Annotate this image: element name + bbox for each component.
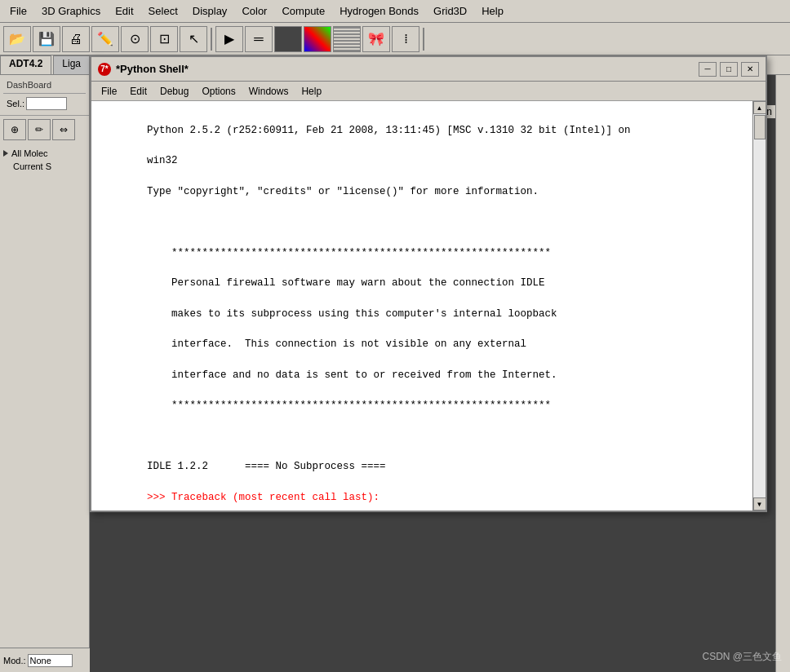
- mod-input[interactable]: [28, 654, 73, 667]
- shell-titlebar: 7* *Python Shell* ─ □ ✕: [91, 57, 766, 82]
- py-warn3: interface. This connection is not visibl…: [147, 338, 526, 350]
- all-molecules-label: All Molec: [11, 148, 48, 158]
- shell-close-btn[interactable]: ✕: [741, 62, 759, 77]
- toolbar-pencil-btn[interactable]: ✏️: [91, 26, 119, 52]
- toolbar-select-btn[interactable]: ⊡: [150, 26, 178, 52]
- py-sep2: ****************************************…: [147, 400, 551, 411]
- toolbar-circle-btn[interactable]: ⊙: [121, 26, 149, 52]
- shell-menu-debug[interactable]: Debug: [153, 84, 195, 99]
- toolbar-line-btn[interactable]: ═: [245, 26, 273, 52]
- toolbar-sep-1: [211, 28, 212, 51]
- py-line3: Type "copyright", "credits" or "license(…: [147, 186, 539, 197]
- toolbar-open-btn[interactable]: 📂: [3, 26, 31, 52]
- shell-minimize-btn[interactable]: ─: [699, 62, 717, 77]
- toolbar-cursor-btn[interactable]: ↖: [180, 26, 207, 52]
- py-warn2: makes to its subprocess using this compu…: [147, 308, 557, 320]
- toolbar-arrow-btn[interactable]: ▶: [215, 26, 243, 52]
- scroll-up-btn[interactable]: ▲: [753, 101, 766, 114]
- shell-menu-help[interactable]: Help: [295, 84, 328, 99]
- toolbar-save-btn[interactable]: 💾: [33, 26, 60, 52]
- menu-3d-graphics[interactable]: 3D Graphics: [35, 3, 107, 19]
- toolbar-ribbon-btn[interactable]: 🎀: [362, 26, 390, 52]
- tool-btn-1[interactable]: ⊕: [3, 119, 26, 140]
- toolbar-dots-btn[interactable]: ⁞: [392, 26, 419, 52]
- scroll-down-btn[interactable]: ▼: [753, 497, 766, 511]
- sidebar-molecules: All Molec Current S: [0, 144, 89, 175]
- watermark: CSDN @三色文鱼: [702, 650, 782, 664]
- shell-maximize-btn[interactable]: □: [720, 62, 738, 77]
- py-idle: IDLE 1.2.2 ==== No Subprocess ====: [147, 461, 386, 472]
- current-label: Current S: [13, 161, 51, 171]
- toolbar-sep-2: [423, 28, 424, 51]
- tab-adt42[interactable]: ADT4.2: [0, 55, 51, 74]
- toolbar: 📂 💾 🖨 ✏️ ⊙ ⊡ ↖ ▶ ═ 🎀 ⁞: [0, 23, 790, 55]
- sidebar-tools: ⊕ ✏ ⇔: [0, 116, 89, 144]
- shell-text-output[interactable]: Python 2.5.2 (r252:60911, Feb 21 2008, 1…: [91, 101, 752, 511]
- sidebar-dashboard: DashBoard Sel.:: [0, 75, 89, 116]
- shell-menu-edit[interactable]: Edit: [123, 84, 153, 99]
- dashboard-label: DashBoard: [3, 78, 86, 91]
- main-application: File 3D Graphics Edit Select Display Col…: [0, 0, 790, 672]
- shell-title: *Python Shell*: [116, 63, 189, 75]
- menu-color[interactable]: Color: [235, 3, 273, 19]
- py-warn4: interface and no data is sent to or rece…: [147, 369, 557, 381]
- right-panel: [775, 75, 790, 672]
- shell-titlebar-left: 7* *Python Shell*: [98, 63, 189, 76]
- python-shell-window: 7* *Python Shell* ─ □ ✕ File Edit Debug …: [90, 55, 767, 512]
- toolbar-block-btn[interactable]: [274, 26, 302, 52]
- py-traceback1: >>> Traceback (most recent call last):: [147, 492, 379, 503]
- menu-grid3d[interactable]: Grid3D: [427, 3, 473, 19]
- scrollbar-track: [753, 114, 766, 497]
- menu-file[interactable]: File: [3, 3, 33, 19]
- menu-help[interactable]: Help: [475, 3, 510, 19]
- sel-label: Sel.:: [7, 99, 24, 108]
- scrollbar-thumb[interactable]: [754, 115, 766, 139]
- py-warn1: Personal firewall software may warn abou…: [147, 277, 545, 289]
- toolbar-print-btn[interactable]: 🖨: [62, 26, 90, 52]
- shell-menu-windows[interactable]: Windows: [242, 84, 295, 99]
- py-sep1: ****************************************…: [147, 247, 551, 259]
- tool-btn-3[interactable]: ⇔: [52, 119, 75, 140]
- mod-bar: Mod.:: [0, 648, 90, 672]
- triangle-icon: [3, 150, 8, 157]
- shell-menubar: File Edit Debug Options Windows Help: [91, 82, 766, 101]
- menu-compute[interactable]: Compute: [275, 3, 331, 19]
- toolbar-color1-btn[interactable]: [304, 26, 331, 52]
- shell-scrollbar: ▲ ▼: [752, 101, 766, 511]
- menu-bar: File 3D Graphics Edit Select Display Col…: [0, 0, 790, 23]
- tab-liga[interactable]: Liga: [53, 55, 90, 74]
- sel-input-row: Sel.:: [3, 95, 86, 112]
- current-selection: Current S: [3, 160, 86, 171]
- shell-menu-options[interactable]: Options: [195, 84, 242, 99]
- menu-hydrogen-bonds[interactable]: Hydrogen Bonds: [333, 3, 425, 19]
- tool-btn-2[interactable]: ✏: [28, 119, 51, 140]
- py-line2: win32: [147, 155, 178, 166]
- shell-content: Python 2.5.2 (r252:60911, Feb 21 2008, 1…: [91, 101, 766, 511]
- sidebar: DashBoard Sel.: ⊕ ✏ ⇔ All Molec Current …: [0, 75, 90, 672]
- toolbar-grid-btn[interactable]: [333, 26, 361, 52]
- shell-menu-file[interactable]: File: [95, 84, 123, 99]
- shell-titlebar-controls: ─ □ ✕: [699, 62, 759, 77]
- menu-edit[interactable]: Edit: [109, 3, 140, 19]
- menu-display[interactable]: Display: [186, 3, 234, 19]
- mod-label: Mod.:: [3, 656, 26, 665]
- sel-input[interactable]: [26, 97, 67, 110]
- all-molecules-item[interactable]: All Molec: [3, 147, 86, 160]
- shell-titlebar-icon: 7*: [98, 63, 111, 76]
- py-line1: Python 2.5.2 (r252:60911, Feb 21 2008, 1…: [147, 125, 631, 136]
- menu-select[interactable]: Select: [142, 3, 184, 19]
